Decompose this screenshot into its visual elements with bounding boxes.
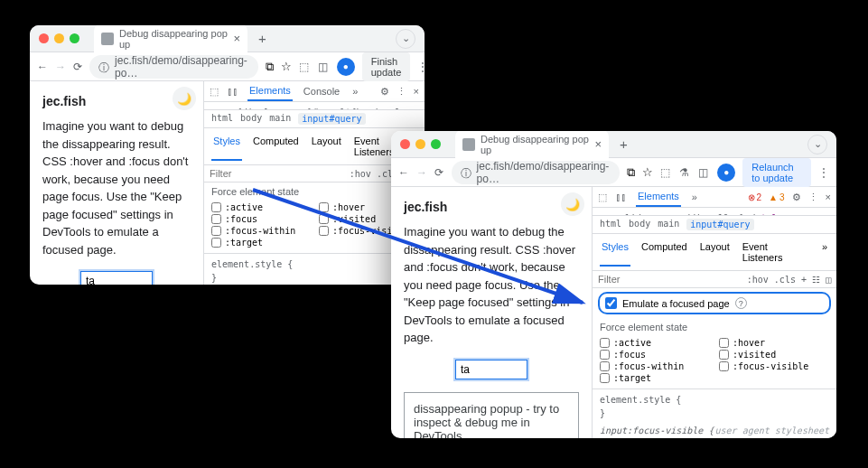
finish-update-button[interactable]: Finish update bbox=[362, 52, 411, 81]
state-focus-within[interactable]: :focus-within bbox=[211, 226, 310, 236]
dom-tree[interactable]: me{display:none}#result{border:1px solid… bbox=[204, 102, 425, 109]
profile-avatar[interactable]: ● bbox=[717, 164, 735, 182]
menu-icon[interactable]: ⋮ bbox=[417, 61, 425, 73]
reload-button[interactable]: ⟳ bbox=[434, 164, 444, 181]
menu-icon[interactable]: ⋮ bbox=[818, 166, 829, 179]
subtab-more[interactable]: » bbox=[820, 238, 829, 267]
dark-mode-toggle[interactable]: 🌙 bbox=[561, 192, 584, 216]
flask-icon[interactable]: ⚗ bbox=[679, 166, 689, 179]
maximize-window-icon[interactable] bbox=[431, 139, 441, 149]
state-target[interactable]: :target bbox=[211, 238, 310, 248]
state-visited[interactable]: :visited bbox=[719, 350, 829, 360]
new-tab-button[interactable]: + bbox=[614, 136, 633, 152]
tab-console[interactable]: Console bbox=[302, 82, 341, 100]
site-info-icon[interactable]: ⓘ bbox=[461, 166, 471, 179]
dark-mode-toggle[interactable]: 🌙 bbox=[173, 87, 196, 110]
close-devtools-icon[interactable]: × bbox=[414, 86, 419, 97]
forward-button[interactable]: → bbox=[416, 164, 427, 181]
reload-button[interactable]: ⟳ bbox=[73, 59, 82, 75]
dom-breadcrumbs[interactable]: html body main input#query bbox=[593, 215, 836, 234]
crumb-input[interactable]: input#query bbox=[686, 219, 753, 230]
state-active[interactable]: :active bbox=[211, 202, 310, 212]
side-panel-icon[interactable]: ◫ bbox=[318, 61, 328, 73]
crumb-main[interactable]: main bbox=[658, 219, 679, 230]
close-devtools-icon[interactable]: × bbox=[826, 192, 831, 202]
tab-more[interactable]: » bbox=[690, 188, 699, 206]
state-focus-within[interactable]: :focus-within bbox=[600, 361, 710, 371]
address-bar[interactable]: ⓘ jec.fish/demo/disappearing-po… bbox=[89, 55, 258, 79]
close-tab-icon[interactable]: × bbox=[594, 137, 602, 151]
styles-rules[interactable]: element.style { } user agent stylesheeti… bbox=[593, 389, 836, 438]
subtab-computed[interactable]: Computed bbox=[251, 132, 301, 161]
subtab-styles[interactable]: Styles bbox=[600, 238, 630, 267]
subtab-layout[interactable]: Layout bbox=[698, 238, 732, 267]
device-icon[interactable]: ⫿⫿ bbox=[228, 86, 238, 97]
address-bar[interactable]: ⓘ jec.fish/demo/disappearing-po… bbox=[452, 161, 621, 184]
dom-tree[interactable]: solid gray;padding:10px}</style> ▸ <p>…<… bbox=[593, 208, 836, 215]
error-count-badge[interactable]: ⊗ 2 bbox=[748, 192, 762, 202]
minimize-window-icon[interactable] bbox=[415, 139, 425, 149]
bookmark-icon[interactable]: ☆ bbox=[642, 165, 653, 179]
crumb-html[interactable]: html bbox=[211, 113, 233, 125]
back-button[interactable]: ← bbox=[37, 59, 48, 75]
inspect-icon[interactable]: ⬚ bbox=[210, 86, 219, 98]
dom-breadcrumbs[interactable]: html body main input#query bbox=[204, 109, 425, 128]
tab-more[interactable]: » bbox=[350, 82, 359, 100]
emulate-focused-page-row[interactable]: Emulate a focused page ? bbox=[598, 292, 831, 314]
crumb-body[interactable]: body bbox=[629, 219, 650, 230]
devtools-menu-icon[interactable]: ⋮ bbox=[808, 192, 818, 203]
tab-elements[interactable]: Elements bbox=[636, 187, 681, 207]
screen-icon[interactable]: ⧉ bbox=[627, 165, 635, 180]
crumb-body[interactable]: body bbox=[240, 113, 262, 125]
screen-icon[interactable]: ⧉ bbox=[266, 60, 274, 74]
close-window-icon[interactable] bbox=[400, 139, 410, 149]
browser-tab[interactable]: Debug disappearing pop up × bbox=[455, 131, 609, 159]
hov-toggle[interactable]: :hov bbox=[350, 169, 371, 179]
styles-filter-input[interactable] bbox=[210, 168, 344, 179]
inspect-icon[interactable]: ⬚ bbox=[598, 192, 607, 203]
warning-count-badge[interactable]: ▲ 3 bbox=[769, 192, 784, 202]
search-input[interactable] bbox=[455, 360, 527, 379]
crumb-input[interactable]: input#query bbox=[298, 113, 365, 125]
new-style-icon[interactable]: + bbox=[801, 275, 807, 285]
hov-toggle[interactable]: :hov bbox=[747, 275, 769, 285]
new-tab-button[interactable]: + bbox=[253, 31, 272, 46]
search-input[interactable] bbox=[80, 271, 153, 285]
close-tab-icon[interactable]: × bbox=[233, 32, 240, 45]
state-focus-visible[interactable]: :focus-visible bbox=[719, 361, 829, 371]
state-target[interactable]: :target bbox=[600, 373, 710, 383]
state-hover[interactable]: :hover bbox=[719, 338, 829, 348]
styles-more-icon[interactable]: ◫ bbox=[826, 275, 831, 285]
tab-elements[interactable]: Elements bbox=[247, 81, 293, 101]
side-panel-icon[interactable]: ◫ bbox=[698, 166, 708, 179]
device-icon[interactable]: ⫿⫿ bbox=[616, 192, 627, 202]
devtools-menu-icon[interactable]: ⋮ bbox=[397, 86, 406, 98]
flexbox-icon[interactable]: ☷ bbox=[812, 275, 820, 285]
gear-icon[interactable]: ⚙ bbox=[380, 86, 389, 98]
browser-tab[interactable]: Debug disappearing pop up × bbox=[94, 25, 247, 53]
forward-button[interactable]: → bbox=[55, 59, 66, 75]
crumb-main[interactable]: main bbox=[269, 113, 291, 125]
state-focus[interactable]: :focus bbox=[211, 214, 310, 224]
state-focus[interactable]: :focus bbox=[600, 350, 710, 360]
subtab-layout[interactable]: Layout bbox=[310, 132, 343, 161]
minimize-window-icon[interactable] bbox=[54, 33, 64, 43]
site-info-icon[interactable]: ⓘ bbox=[98, 61, 109, 73]
state-active[interactable]: :active bbox=[600, 338, 710, 348]
close-window-icon[interactable] bbox=[39, 33, 49, 43]
bookmark-icon[interactable]: ☆ bbox=[281, 60, 292, 73]
emulate-focused-checkbox[interactable] bbox=[605, 297, 617, 309]
maximize-window-icon[interactable] bbox=[70, 33, 79, 43]
crumb-html[interactable]: html bbox=[600, 219, 621, 230]
profile-avatar[interactable]: ● bbox=[337, 58, 355, 76]
styles-filter-input[interactable] bbox=[598, 274, 742, 285]
subtab-listeners[interactable]: Event Listeners bbox=[741, 238, 811, 267]
back-button[interactable]: ← bbox=[398, 164, 409, 181]
relaunch-update-button[interactable]: Relaunch to update bbox=[742, 158, 811, 187]
extensions-icon[interactable]: ⬚ bbox=[660, 166, 670, 179]
extensions-icon[interactable]: ⬚ bbox=[299, 61, 309, 73]
help-icon[interactable]: ? bbox=[735, 297, 747, 309]
gear-icon[interactable]: ⚙ bbox=[792, 192, 801, 203]
subtab-styles[interactable]: Styles bbox=[211, 132, 242, 161]
expand-down-button[interactable]: ⌄ bbox=[396, 29, 415, 49]
